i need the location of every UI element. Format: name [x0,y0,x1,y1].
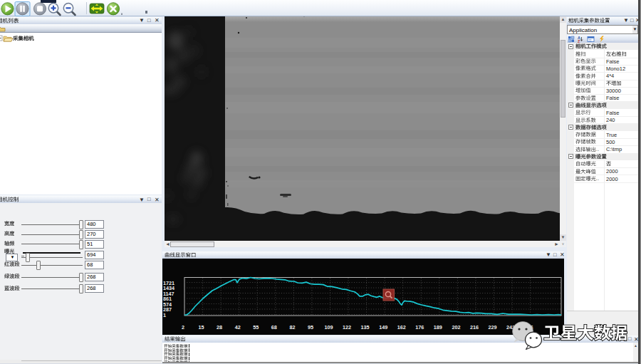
svg-text:109: 109 [325,324,333,331]
svg-text:82: 82 [289,324,295,331]
svg-text:28: 28 [217,324,222,331]
svg-text:95: 95 [308,324,313,331]
svg-text:68: 68 [271,324,277,331]
svg-text:202: 202 [452,324,460,331]
svg-text:162: 162 [397,324,406,331]
svg-text:42: 42 [235,324,241,331]
svg-text:2: 2 [182,324,184,331]
svg-text:229: 229 [489,324,497,331]
svg-text:149: 149 [379,324,387,331]
svg-text:1: 1 [163,312,166,318]
svg-text:55: 55 [253,324,259,331]
svg-text:189: 189 [434,324,442,331]
svg-text:135: 135 [361,324,370,331]
svg-text:176: 176 [415,324,424,331]
svg-text:122: 122 [343,324,351,331]
svg-text:216: 216 [470,324,479,331]
svg-text:15: 15 [199,324,204,331]
